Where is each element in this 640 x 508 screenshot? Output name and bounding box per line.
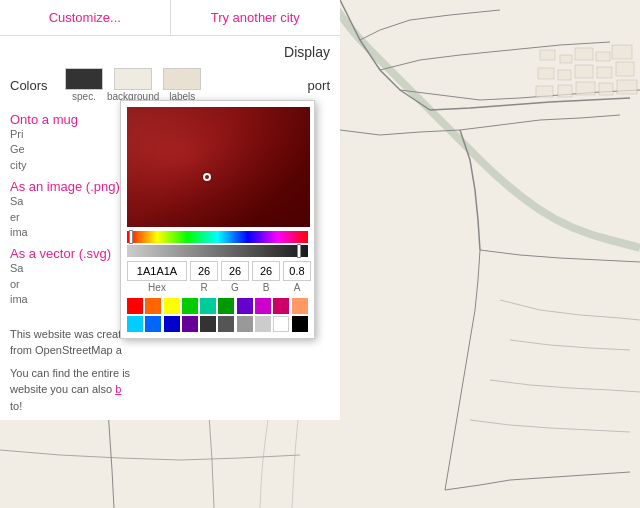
g-label: G (231, 282, 239, 293)
svg-rect-7 (575, 65, 593, 78)
alpha-slider-container (127, 245, 308, 257)
alpha-handle (297, 244, 301, 258)
color-picker-popup: Hex R G B A (120, 100, 315, 339)
a-input[interactable] (283, 261, 311, 281)
svg-rect-14 (617, 80, 637, 94)
about-text-1: This website was create (10, 328, 127, 340)
about-text-2-block: You can find the entire is website you c… (10, 365, 330, 415)
preset-purple[interactable] (237, 298, 253, 314)
alpha-slider[interactable] (127, 245, 308, 257)
svg-rect-0 (540, 50, 555, 60)
svg-rect-3 (596, 52, 610, 61)
gradient-overlay (127, 107, 310, 227)
swatch-background-box[interactable] (114, 68, 152, 90)
preset-darkgray1[interactable] (200, 316, 216, 332)
hue-slider-container (127, 231, 308, 243)
b-label: B (263, 282, 270, 293)
try-another-city-tab[interactable]: Try another city (171, 0, 341, 35)
about-text-3: You can find the entire is (10, 367, 130, 379)
preset-violet[interactable] (182, 316, 198, 332)
customize-tab[interactable]: Customize... (0, 0, 171, 35)
svg-rect-11 (558, 85, 572, 97)
svg-rect-1 (560, 55, 572, 63)
b-input[interactable] (252, 261, 280, 281)
preset-darkgray2[interactable] (218, 316, 234, 332)
hex-input-group: Hex (127, 261, 187, 293)
preset-pink[interactable] (273, 298, 289, 314)
preset-darkgreen[interactable] (218, 298, 234, 314)
hue-slider[interactable] (127, 231, 308, 243)
hue-handle (129, 230, 133, 244)
g-input-group: G (221, 261, 249, 293)
preset-orange[interactable] (145, 298, 161, 314)
preset-lightgray[interactable] (255, 316, 271, 332)
preset-yellow[interactable] (164, 298, 180, 314)
about-text-4: website you can also b (10, 383, 121, 395)
svg-rect-12 (576, 82, 595, 95)
svg-rect-2 (575, 48, 593, 60)
colors-label: Colors (10, 78, 55, 93)
svg-rect-10 (536, 86, 553, 97)
preset-indigo[interactable] (164, 316, 180, 332)
svg-rect-5 (538, 68, 554, 79)
preset-blue[interactable] (145, 316, 161, 332)
svg-rect-13 (599, 83, 613, 95)
preset-teal[interactable] (200, 298, 216, 314)
preset-green[interactable] (182, 298, 198, 314)
display-header: Display (0, 36, 340, 64)
preset-swatches (127, 298, 308, 332)
swatch-spec: spec. (65, 68, 103, 102)
swatch-labels: labels (163, 68, 201, 102)
r-label: R (200, 282, 207, 293)
swatch-labels-box[interactable] (163, 68, 201, 90)
svg-rect-6 (558, 70, 571, 80)
preset-peach[interactable] (292, 298, 308, 314)
swatch-background: background (107, 68, 159, 102)
rgba-inputs: Hex R G B A (127, 261, 308, 293)
svg-rect-8 (597, 67, 612, 78)
swatch-spec-label: spec. (72, 91, 96, 102)
svg-rect-4 (612, 45, 632, 59)
top-nav: Customize... Try another city (0, 0, 340, 36)
r-input[interactable] (190, 261, 218, 281)
preset-cyan[interactable] (127, 316, 143, 332)
preset-black[interactable] (292, 316, 308, 332)
preset-magenta[interactable] (255, 298, 271, 314)
color-swatch-group: spec. background labels (65, 68, 201, 102)
picker-cursor (203, 173, 211, 181)
gradient-area[interactable] (127, 107, 310, 227)
b-input-group: B (252, 261, 280, 293)
about-link-2[interactable]: b (115, 383, 121, 395)
preset-gray[interactable] (237, 316, 253, 332)
export-port-label: port (308, 78, 330, 93)
hex-input[interactable] (127, 261, 187, 281)
a-input-group: A (283, 261, 311, 293)
about-text-5: to! (10, 400, 22, 412)
r-input-group: R (190, 261, 218, 293)
preset-white[interactable] (273, 316, 289, 332)
about-text-2: from OpenStreetMap a (10, 344, 122, 356)
a-label: A (294, 282, 301, 293)
swatch-spec-box[interactable] (65, 68, 103, 90)
preset-red[interactable] (127, 298, 143, 314)
g-input[interactable] (221, 261, 249, 281)
hex-label: Hex (148, 282, 166, 293)
svg-rect-9 (616, 62, 634, 76)
